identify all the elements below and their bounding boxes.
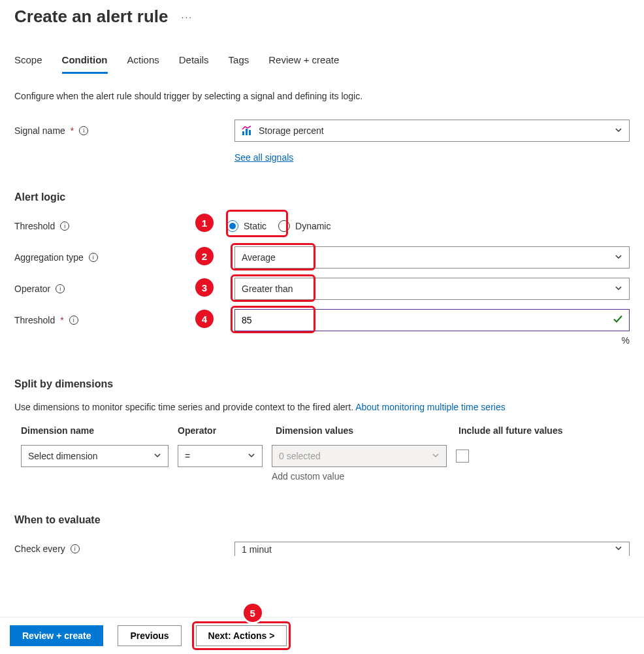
check-every-select[interactable]: 1 minut xyxy=(234,542,630,556)
chevron-down-icon xyxy=(615,284,622,294)
check-every-label: Check every xyxy=(14,544,65,554)
callout-4: 4 xyxy=(193,308,216,330)
wizard-footer: Review + create Previous Next: Actions >… xyxy=(0,617,644,654)
chevron-down-icon xyxy=(615,544,622,554)
chevron-down-icon xyxy=(432,451,440,461)
threshold-static-radio[interactable]: Static xyxy=(227,220,266,232)
col-dimension-values: Dimension values xyxy=(276,425,459,436)
col-include-future: Include all future values xyxy=(459,425,623,436)
info-icon[interactable]: i xyxy=(89,253,98,262)
chevron-down-icon xyxy=(248,451,255,461)
next-actions-button[interactable]: Next: Actions > xyxy=(196,625,287,646)
tab-actions[interactable]: Actions xyxy=(127,50,159,74)
tab-description: Configure when the alert rule should tri… xyxy=(14,91,630,101)
see-all-signals-link[interactable]: See all signals xyxy=(234,152,293,163)
signal-name-select[interactable]: Storage percent xyxy=(234,120,630,142)
split-description: Use dimensions to monitor specific time … xyxy=(14,402,630,412)
check-icon xyxy=(613,314,623,327)
tab-scope[interactable]: Scope xyxy=(14,50,42,74)
dimension-values-select[interactable]: 0 selected xyxy=(272,445,447,467)
tabs: Scope Condition Actions Details Tags Rev… xyxy=(14,50,630,74)
callout-3: 3 xyxy=(193,276,216,299)
operator-value: Greater than xyxy=(242,284,293,294)
chevron-down-icon xyxy=(615,126,622,136)
dimension-row: Select dimension = 0 selected Add custom… xyxy=(14,445,630,482)
check-every-value: 1 minut xyxy=(242,544,272,555)
chevron-down-icon xyxy=(615,253,622,263)
aggregation-value: Average xyxy=(242,252,276,263)
metric-icon xyxy=(242,125,252,136)
tab-tags[interactable]: Tags xyxy=(229,50,250,74)
signal-name-label: Signal name xyxy=(14,125,65,136)
review-create-button[interactable]: Review + create xyxy=(10,625,103,646)
alert-logic-heading: Alert logic xyxy=(14,191,630,203)
callout-1: 1 xyxy=(193,212,216,234)
add-custom-value[interactable]: Add custom value xyxy=(272,471,447,482)
svg-rect-0 xyxy=(242,131,244,135)
tab-details[interactable]: Details xyxy=(179,50,209,74)
required-star: * xyxy=(71,125,74,136)
svg-rect-2 xyxy=(249,130,251,135)
aggregation-label: Aggregation type xyxy=(14,252,84,263)
info-icon[interactable]: i xyxy=(71,544,80,553)
callout-2: 2 xyxy=(193,245,216,267)
signal-name-value: Storage percent xyxy=(259,125,324,136)
evaluate-heading: When to evaluate xyxy=(14,514,630,526)
threshold-value-label: Threshold xyxy=(14,315,55,325)
dimension-operator-select[interactable]: = xyxy=(178,445,263,467)
tab-condition[interactable]: Condition xyxy=(62,50,108,74)
about-monitoring-link[interactable]: About monitoring multiple time series xyxy=(355,402,506,412)
page-title: Create an alert rule xyxy=(14,7,169,27)
dim-values-placeholder: 0 selected xyxy=(279,451,321,461)
operator-select[interactable]: Greater than xyxy=(234,278,630,300)
info-icon[interactable]: i xyxy=(69,316,78,325)
threshold-unit: % xyxy=(14,335,630,346)
col-dimension-name: Dimension name xyxy=(21,425,178,436)
chevron-down-icon xyxy=(153,451,161,461)
threshold-static-label: Static xyxy=(244,221,266,231)
tab-review[interactable]: Review + create xyxy=(268,50,339,74)
threshold-dynamic-label: Dynamic xyxy=(295,221,330,231)
dimension-name-select[interactable]: Select dimension xyxy=(21,445,169,467)
dimension-table-header: Dimension name Operator Dimension values… xyxy=(14,425,630,445)
split-heading: Split by dimensions xyxy=(14,378,630,390)
aggregation-select[interactable]: Average xyxy=(234,246,630,269)
info-icon[interactable]: i xyxy=(60,221,69,231)
col-operator: Operator xyxy=(178,425,276,436)
previous-button[interactable]: Previous xyxy=(118,625,181,646)
info-icon[interactable]: i xyxy=(56,284,65,293)
threshold-value-input[interactable] xyxy=(234,309,630,331)
required-star: * xyxy=(60,315,63,325)
callout-5: 5 xyxy=(242,602,264,624)
more-icon[interactable]: ··· xyxy=(182,12,193,22)
info-icon[interactable]: i xyxy=(79,126,88,135)
threshold-dynamic-radio[interactable]: Dynamic xyxy=(278,220,330,232)
dim-operator-value: = xyxy=(185,451,190,461)
operator-label: Operator xyxy=(14,284,50,294)
svg-rect-1 xyxy=(246,129,248,135)
dim-name-placeholder: Select dimension xyxy=(28,451,98,461)
include-future-checkbox[interactable] xyxy=(456,450,469,463)
threshold-label: Threshold xyxy=(14,221,55,231)
